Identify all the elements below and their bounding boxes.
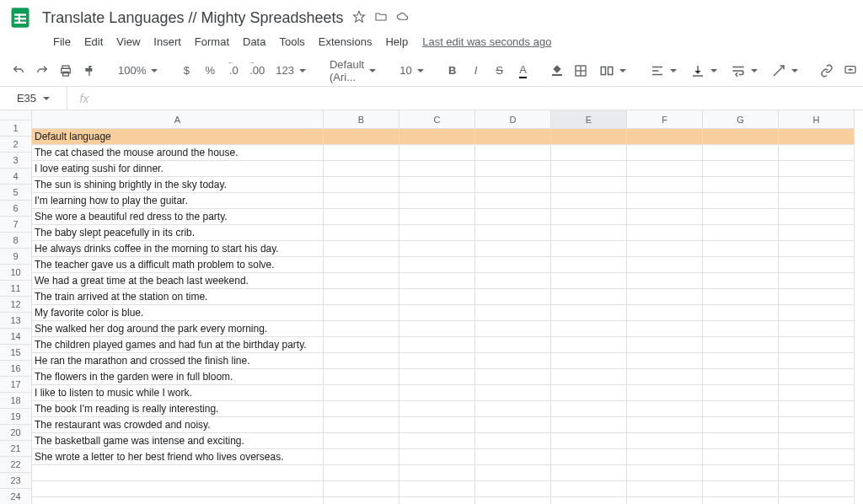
- cell-H23[interactable]: [779, 481, 855, 497]
- cell-C14[interactable]: [399, 337, 475, 353]
- cell-H14[interactable]: [779, 337, 855, 353]
- cell-B10[interactable]: [324, 273, 399, 289]
- cell-D2[interactable]: [475, 145, 551, 161]
- cell-B18[interactable]: [324, 401, 399, 417]
- cell-F11[interactable]: [627, 289, 703, 305]
- cell-E7[interactable]: [551, 225, 627, 241]
- cell-D14[interactable]: [475, 337, 551, 353]
- cell-A21[interactable]: She wrote a letter to her best friend wh…: [32, 449, 324, 465]
- cell-B19[interactable]: [324, 417, 399, 433]
- cell-D11[interactable]: [475, 289, 551, 305]
- cell-E4[interactable]: [551, 177, 627, 193]
- cell-B15[interactable]: [324, 353, 399, 369]
- cell-F4[interactable]: [627, 177, 703, 193]
- cell-A1[interactable]: Default language: [32, 129, 324, 145]
- cell-F15[interactable]: [627, 353, 703, 369]
- name-box[interactable]: E35: [0, 87, 67, 110]
- cell-F3[interactable]: [627, 161, 703, 177]
- cell-H1[interactable]: [779, 129, 855, 145]
- fill-color-button[interactable]: [547, 60, 567, 82]
- cell-D15[interactable]: [475, 353, 551, 369]
- select-all-corner[interactable]: [0, 110, 32, 121]
- cell-B24[interactable]: [324, 497, 399, 504]
- menu-tools[interactable]: Tools: [273, 32, 310, 51]
- cell-F19[interactable]: [627, 417, 703, 433]
- row-header-6[interactable]: 6: [0, 201, 32, 217]
- cell-B2[interactable]: [324, 145, 399, 161]
- row-header-18[interactable]: 18: [0, 393, 32, 409]
- cell-A4[interactable]: The sun is shining brightly in the sky t…: [32, 177, 324, 193]
- cell-D8[interactable]: [475, 241, 551, 257]
- cell-H7[interactable]: [779, 225, 855, 241]
- row-header-8[interactable]: 8: [0, 233, 32, 249]
- print-button[interactable]: [56, 60, 76, 82]
- cell-A23[interactable]: [32, 481, 324, 497]
- row-header-1[interactable]: 1: [0, 121, 32, 137]
- cell-C6[interactable]: [399, 209, 475, 225]
- menu-help[interactable]: Help: [379, 32, 414, 51]
- row-header-19[interactable]: 19: [0, 409, 32, 425]
- text-wrap-dropdown[interactable]: [726, 60, 763, 82]
- row-header-16[interactable]: 16: [0, 361, 32, 377]
- cell-E13[interactable]: [551, 321, 627, 337]
- cell-B9[interactable]: [324, 257, 399, 273]
- cell-E12[interactable]: [551, 305, 627, 321]
- cell-H4[interactable]: [779, 177, 855, 193]
- row-header-12[interactable]: 12: [0, 297, 32, 313]
- cell-D12[interactable]: [475, 305, 551, 321]
- cell-D16[interactable]: [475, 369, 551, 385]
- bold-button[interactable]: B: [442, 60, 463, 82]
- cell-G5[interactable]: [703, 193, 779, 209]
- cell-C2[interactable]: [399, 145, 475, 161]
- menu-view[interactable]: View: [110, 32, 146, 51]
- insert-comment-button[interactable]: [840, 60, 860, 82]
- sheets-logo-icon[interactable]: [8, 6, 32, 29]
- column-header-C[interactable]: C: [399, 110, 475, 129]
- cell-D24[interactable]: [475, 497, 551, 504]
- cell-H16[interactable]: [779, 369, 855, 385]
- cell-B21[interactable]: [324, 449, 399, 465]
- cell-E22[interactable]: [551, 465, 627, 481]
- cell-F2[interactable]: [627, 145, 703, 161]
- cell-G1[interactable]: [703, 129, 779, 145]
- cell-F12[interactable]: [627, 305, 703, 321]
- cell-D17[interactable]: [475, 385, 551, 401]
- cell-F24[interactable]: [627, 497, 703, 504]
- cell-A3[interactable]: I love eating sushi for dinner.: [32, 161, 324, 177]
- cell-D3[interactable]: [475, 161, 551, 177]
- cell-H6[interactable]: [779, 209, 855, 225]
- cell-A17[interactable]: I like to listen to music while I work.: [32, 385, 324, 401]
- cell-E19[interactable]: [551, 417, 627, 433]
- cell-D21[interactable]: [475, 449, 551, 465]
- cell-G9[interactable]: [703, 257, 779, 273]
- cell-C4[interactable]: [399, 177, 475, 193]
- cell-A20[interactable]: The basketball game was intense and exci…: [32, 433, 324, 449]
- cell-H3[interactable]: [779, 161, 855, 177]
- row-header-2[interactable]: 2: [0, 137, 32, 153]
- zoom-dropdown[interactable]: 100%: [113, 60, 163, 82]
- cell-E5[interactable]: [551, 193, 627, 209]
- cell-C5[interactable]: [399, 193, 475, 209]
- cell-F6[interactable]: [627, 209, 703, 225]
- text-color-button[interactable]: A: [513, 60, 533, 82]
- cell-C15[interactable]: [399, 353, 475, 369]
- cell-C24[interactable]: [399, 497, 475, 504]
- row-header-17[interactable]: 17: [0, 377, 32, 393]
- move-icon[interactable]: [374, 10, 388, 26]
- cell-E6[interactable]: [551, 209, 627, 225]
- menu-extensions[interactable]: Extensions: [313, 32, 378, 51]
- formula-input[interactable]: [101, 87, 863, 110]
- row-header-3[interactable]: 3: [0, 153, 32, 169]
- cell-G16[interactable]: [703, 369, 779, 385]
- cell-E24[interactable]: [551, 497, 627, 504]
- menu-file[interactable]: File: [47, 32, 77, 51]
- column-header-G[interactable]: G: [703, 110, 779, 129]
- cell-B13[interactable]: [324, 321, 399, 337]
- column-header-D[interactable]: D: [475, 110, 551, 129]
- cell-E8[interactable]: [551, 241, 627, 257]
- cell-C10[interactable]: [399, 273, 475, 289]
- cell-A18[interactable]: The book I'm reading is really interesti…: [32, 401, 324, 417]
- cell-C20[interactable]: [399, 433, 475, 449]
- cell-F1[interactable]: [627, 129, 703, 145]
- cell-E16[interactable]: [551, 369, 627, 385]
